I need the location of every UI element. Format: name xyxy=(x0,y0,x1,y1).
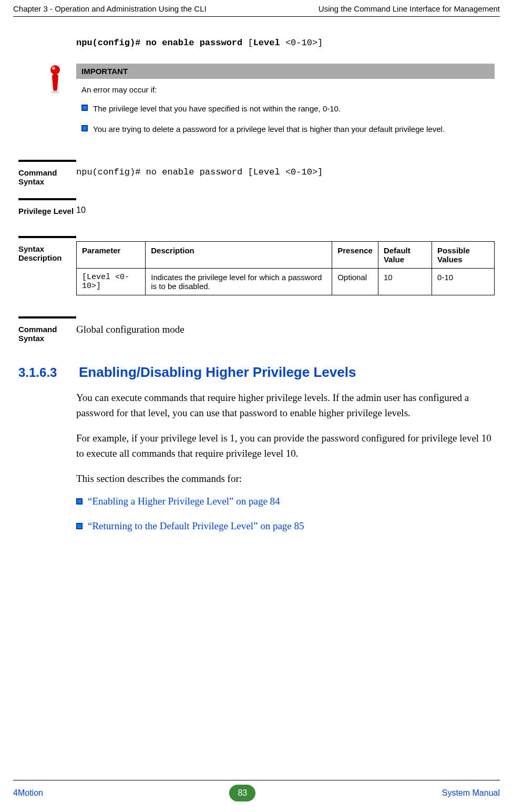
col-presence: Presence xyxy=(332,242,378,269)
important-icon xyxy=(34,64,76,144)
section-title: Enabling/Disabling Higher Privilege Leve… xyxy=(79,364,356,381)
section-heading: 3.1.6.3 Enabling/Disabling Higher Privil… xyxy=(18,364,495,381)
paragraph: You can execute commands that require hi… xyxy=(76,390,495,421)
table-header-row: Parameter Description Presence Default V… xyxy=(77,242,495,269)
important-text: The privilege level that you have specif… xyxy=(93,103,341,114)
cell-default: 10 xyxy=(378,269,432,295)
cmd-bold: npu(config)# no enable password xyxy=(76,38,248,48)
xref-link[interactable]: “Enabling a Higher Privilege Level” on p… xyxy=(88,496,280,507)
paragraph: For example, if your privilege level is … xyxy=(76,430,495,461)
col-description: Description xyxy=(146,242,332,269)
syntax-table: Parameter Description Presence Default V… xyxy=(76,241,495,295)
table-row: [Level <0-10>] Indicates the privilege l… xyxy=(77,269,495,295)
header-right: Using the Command Line Interface for Man… xyxy=(319,4,500,13)
privilege-level-value: 10 xyxy=(76,198,495,228)
command-mode-value: Global configuration mode xyxy=(76,316,495,348)
cell-presence: Optional xyxy=(332,269,378,295)
header-left: Chapter 3 - Operation and Administration… xyxy=(13,4,207,13)
top-command: npu(config)# no enable password [Level <… xyxy=(76,38,495,48)
list-item: “Enabling a Higher Privilege Level” on p… xyxy=(76,496,495,507)
xref-link[interactable]: “Returning to the Default Privilege Leve… xyxy=(88,520,304,532)
command-syntax-value: npu(config)# no enable password [Level <… xyxy=(76,160,495,190)
cmd-normal2: <0-10>] xyxy=(285,38,323,48)
cell-description: Indicates the privilege level for which … xyxy=(146,269,332,295)
important-item: You are trying to delete a password for … xyxy=(81,124,489,135)
list-item: “Returning to the Default Privilege Leve… xyxy=(76,520,495,532)
important-item: The privilege level that you have specif… xyxy=(81,103,489,114)
important-intro: An error may occur if: xyxy=(81,84,489,95)
command-syntax-block: Command Syntax npu(config)# no enable pa… xyxy=(76,160,495,190)
col-default: Default Value xyxy=(378,242,432,269)
privilege-level-label: Privilege Level xyxy=(18,198,76,228)
page-footer: 4Motion 83 System Manual xyxy=(13,780,500,801)
bullet-icon xyxy=(81,105,88,111)
command-syntax-label: Command Syntax xyxy=(18,160,76,190)
bullet-icon xyxy=(76,523,83,529)
syntax-description-block: Syntax Description Parameter Description… xyxy=(76,236,495,309)
important-text: You are trying to delete a password for … xyxy=(93,124,445,135)
cmd-bold2: Level xyxy=(253,38,285,48)
main-content: npu(config)# no enable password [Level <… xyxy=(76,38,495,532)
command-mode-block: Command Syntax Global configuration mode xyxy=(76,316,495,348)
bullet-icon xyxy=(81,125,88,131)
footer-left: 4Motion xyxy=(13,788,43,798)
page-number: 83 xyxy=(229,785,255,801)
cell-parameter: [Level <0-10>] xyxy=(77,269,146,295)
link-list: “Enabling a Higher Privilege Level” on p… xyxy=(76,496,495,532)
col-possible: Possible Values xyxy=(432,242,495,269)
page-header: Chapter 3 - Operation and Administration… xyxy=(13,0,500,17)
command-mode-label: Command Syntax xyxy=(18,316,76,348)
col-parameter: Parameter xyxy=(77,242,146,269)
important-note: IMPORTANT An error may occur if: The pri… xyxy=(76,64,495,144)
bullet-icon xyxy=(76,498,83,505)
footer-right: System Manual xyxy=(442,788,500,798)
svg-point-2 xyxy=(51,91,59,94)
section-number: 3.1.6.3 xyxy=(18,365,79,380)
svg-point-1 xyxy=(52,67,55,70)
important-title: IMPORTANT xyxy=(76,64,495,79)
privilege-level-block: Privilege Level 10 xyxy=(76,198,495,228)
svg-point-0 xyxy=(50,65,60,75)
syntax-description-label: Syntax Description xyxy=(18,236,76,309)
cell-possible: 0-10 xyxy=(432,269,495,295)
cmd-normal: [ xyxy=(248,38,253,48)
paragraph: This section describes the commands for: xyxy=(76,471,495,486)
